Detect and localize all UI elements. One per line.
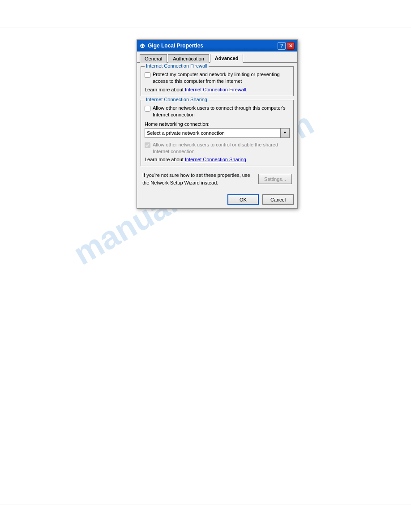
tabs-bar: General Authentication Advanced bbox=[137, 51, 297, 63]
page-border-bottom bbox=[0, 505, 411, 505]
cancel-button[interactable]: Cancel bbox=[262, 194, 294, 205]
dialog-window: ⊕ Gige Local Properties ? ✕ General Auth… bbox=[137, 39, 298, 209]
firewall-checkbox-label: Protect my computer and network by limit… bbox=[153, 71, 290, 85]
settings-button[interactable]: Settings... bbox=[258, 174, 292, 184]
sharing-learn-more-prefix: Learn more about bbox=[145, 157, 185, 162]
title-bar-buttons: ? ✕ bbox=[278, 42, 295, 50]
dialog-icon: ⊕ bbox=[140, 42, 145, 49]
home-net-label: Home networking connection: bbox=[145, 121, 290, 127]
tab-general[interactable]: General bbox=[140, 54, 167, 63]
dropdown-arrow[interactable]: ▼ bbox=[281, 128, 290, 138]
dialog-footer: OK Cancel bbox=[137, 192, 297, 208]
firewall-checkbox[interactable] bbox=[145, 72, 150, 78]
network-connection-select[interactable]: Select a private network connection bbox=[145, 128, 281, 138]
firewall-checkbox-row: Protect my computer and network by limit… bbox=[145, 71, 290, 85]
sharing-learn-more-suffix: . bbox=[246, 157, 248, 162]
help-button[interactable]: ? bbox=[278, 42, 286, 50]
settings-text-suffix: instead. bbox=[200, 180, 218, 185]
sharing-group: Internet Connection Sharing Allow other … bbox=[141, 100, 294, 167]
firewall-learn-more-prefix: Learn more about bbox=[145, 87, 185, 92]
firewall-learn-more-suffix: . bbox=[246, 87, 248, 92]
dialog-title: Gige Local Properties bbox=[148, 43, 278, 49]
sharing-learn-more: Learn more about Internet Connection Sha… bbox=[145, 157, 290, 162]
firewall-group-title: Internet Connection Firewall bbox=[145, 63, 209, 69]
tab-authentication[interactable]: Authentication bbox=[168, 54, 209, 63]
firewall-group: Internet Connection Firewall Protect my … bbox=[141, 66, 294, 96]
close-button[interactable]: ✕ bbox=[287, 42, 295, 50]
sharing-learn-more-link[interactable]: Internet Connection Sharing bbox=[185, 157, 246, 162]
settings-text: If you're not sure how to set these prop… bbox=[142, 172, 255, 186]
ok-button[interactable]: OK bbox=[227, 194, 259, 205]
control-checkbox[interactable] bbox=[145, 142, 150, 148]
dialog-content: Internet Connection Firewall Protect my … bbox=[137, 63, 297, 192]
firewall-learn-more-link[interactable]: Internet Connection Firewall bbox=[185, 87, 246, 92]
title-bar: ⊕ Gige Local Properties ? ✕ bbox=[137, 40, 297, 51]
settings-row: If you're not sure how to set these prop… bbox=[141, 170, 294, 188]
settings-link[interactable]: Network Setup Wizard bbox=[150, 180, 199, 185]
firewall-learn-more: Learn more about Internet Connection Fir… bbox=[145, 87, 290, 92]
dropdown-row: Select a private network connection ▼ bbox=[145, 128, 290, 138]
control-checkbox-row: Allow other network users to control or … bbox=[145, 142, 290, 155]
sharing-checkbox[interactable] bbox=[145, 106, 150, 112]
sharing-group-title: Internet Connection Sharing bbox=[145, 97, 209, 102]
sharing-group-content: Allow other network users to connect thr… bbox=[145, 105, 290, 163]
sharing-checkbox-label: Allow other network users to connect thr… bbox=[153, 105, 290, 119]
page-border-top bbox=[0, 27, 411, 27]
firewall-group-content: Protect my computer and network by limit… bbox=[145, 71, 290, 92]
tab-advanced[interactable]: Advanced bbox=[210, 54, 244, 63]
sharing-checkbox-row: Allow other network users to connect thr… bbox=[145, 105, 290, 119]
control-checkbox-label: Allow other network users to control or … bbox=[153, 142, 290, 155]
